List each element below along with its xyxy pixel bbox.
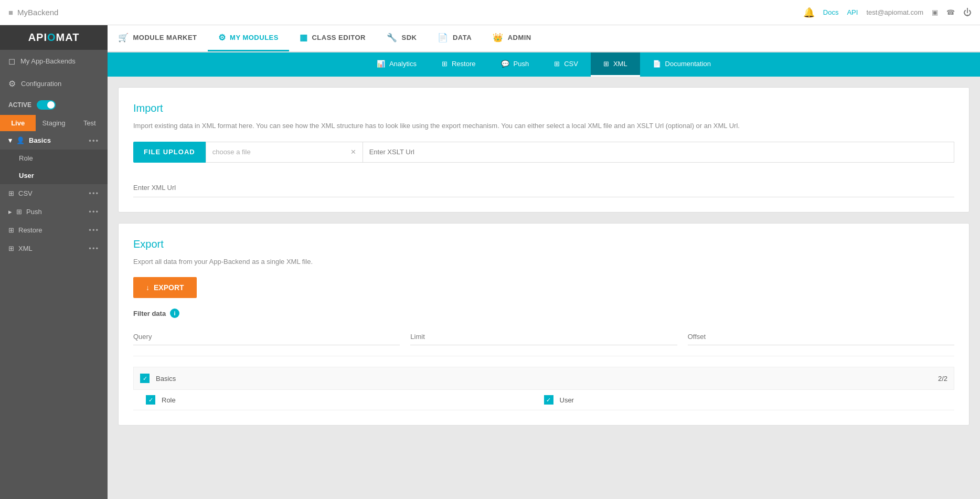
tab-admin[interactable]: 👑 ADMIN xyxy=(482,25,542,51)
module-market-icon: 🛒 xyxy=(118,33,129,43)
query-input[interactable] xyxy=(133,328,400,345)
env-tab-live[interactable]: Live xyxy=(0,115,36,131)
data-label: DATA xyxy=(453,34,472,41)
export-label: EXPORT xyxy=(154,283,184,292)
user-checkbox[interactable]: ✓ xyxy=(544,395,553,405)
push-expand-icon: ▸ xyxy=(8,208,12,216)
offset-input[interactable] xyxy=(688,328,954,345)
basics-checkbox[interactable]: ✓ xyxy=(140,374,150,383)
bell-icon[interactable]: 🔔 xyxy=(803,7,815,18)
csv-sub-icon: ⊞ xyxy=(554,60,560,68)
class-editor-label: CLASS EDITOR xyxy=(312,34,366,41)
push-menu-dots[interactable]: ••• xyxy=(89,208,99,216)
sidebar-sub-item-role[interactable]: Role xyxy=(0,150,108,167)
sub-tab-csv[interactable]: ⊞ CSV xyxy=(541,52,591,77)
basics-label: Basics xyxy=(29,136,51,144)
sub-tab-xml[interactable]: ⊞ XML xyxy=(591,52,640,77)
tab-sdk[interactable]: 🔧 SDK xyxy=(376,25,427,51)
active-toggle[interactable] xyxy=(37,100,56,110)
api-link[interactable]: API xyxy=(847,8,858,16)
sidebar-section-basics[interactable]: ▾ 👤 Basics ••• xyxy=(0,131,108,150)
export-button[interactable]: ↓ EXPORT xyxy=(133,277,197,298)
import-file-row: FILE UPLOAD choose a file ✕ xyxy=(133,142,954,163)
header-right: 🔔 Docs API test@apiomat.com ▣ ☎ ⏻ xyxy=(803,7,972,18)
basics-checkbox-label: Basics xyxy=(156,375,176,383)
my-app-backends-label: My App-Backends xyxy=(20,57,76,65)
file-upload-button[interactable]: FILE UPLOAD xyxy=(133,142,206,163)
sidebar-item-my-app-backends[interactable]: ◻ My App-Backends xyxy=(0,50,108,72)
admin-label: ADMIN xyxy=(508,34,531,41)
restore-menu-dots[interactable]: ••• xyxy=(89,226,99,234)
push-icon: ⊞ xyxy=(16,208,22,216)
configuration-icon: ⚙ xyxy=(8,79,16,89)
logo: APIOMAT xyxy=(28,31,80,44)
backend-name: MyBackend xyxy=(17,8,58,17)
xml-menu-dots[interactable]: ••• xyxy=(89,245,99,252)
sidebar-item-restore[interactable]: ⊞ Restore ••• xyxy=(0,221,108,239)
xml-label: XML xyxy=(18,245,33,252)
sidebar-sub-item-user[interactable]: User xyxy=(0,167,108,184)
content-area: 🛒 MODULE MARKET ⚙ MY MODULES ▦ CLASS EDI… xyxy=(108,25,980,499)
basics-section-icon: 👤 xyxy=(16,136,25,144)
tab-my-modules[interactable]: ⚙ MY MODULES xyxy=(208,25,289,51)
sub-tab-push[interactable]: 💬 Push xyxy=(488,52,542,77)
sub-tab-restore[interactable]: ⊞ Restore xyxy=(429,52,488,77)
tab-class-editor[interactable]: ▦ CLASS EDITOR xyxy=(289,25,376,51)
role-label: Role xyxy=(162,396,176,404)
top-header: ■ MyBackend 🔔 Docs API test@apiomat.com … xyxy=(0,0,980,25)
documentation-icon: 📄 xyxy=(653,60,661,68)
close-file-icon[interactable]: ✕ xyxy=(350,148,356,156)
xslt-url-input[interactable] xyxy=(363,142,954,163)
top-nav-tabs: 🛒 MODULE MARKET ⚙ MY MODULES ▦ CLASS EDI… xyxy=(108,25,980,52)
sub-tab-documentation[interactable]: 📄 Documentation xyxy=(640,52,723,77)
docs-link[interactable]: Docs xyxy=(823,8,839,16)
sidebar-item-push[interactable]: ▸ ⊞ Push ••• xyxy=(0,203,108,221)
logo-area: APIOMAT xyxy=(0,25,108,50)
xml-icon: ⊞ xyxy=(8,245,14,252)
env-tabs: Live Staging Test xyxy=(0,115,108,131)
my-modules-label: MY MODULES xyxy=(230,34,279,41)
push-sub-icon: 💬 xyxy=(501,60,509,68)
push-label: Push xyxy=(26,208,42,216)
active-row: ACTIVE xyxy=(0,95,108,115)
admin-icon: 👑 xyxy=(493,33,504,43)
configuration-label: Configuration xyxy=(21,80,61,88)
class-editor-icon: ▦ xyxy=(300,33,308,43)
filter-info-icon[interactable]: i xyxy=(170,309,179,318)
power-icon[interactable]: ⏻ xyxy=(963,8,972,17)
export-description: Export all data from your App-Backend as… xyxy=(133,257,954,267)
basics-checkbox-row[interactable]: ✓ Basics 2/2 xyxy=(133,367,954,390)
basics-count: 2/2 xyxy=(938,375,947,383)
window-icon[interactable]: ▣ xyxy=(932,8,938,16)
module-market-label: MODULE MARKET xyxy=(133,34,197,41)
active-label: ACTIVE xyxy=(8,101,31,109)
xml-url-input[interactable] xyxy=(133,178,954,197)
support-icon[interactable]: ☎ xyxy=(946,8,955,16)
env-tab-test[interactable]: Test xyxy=(72,115,108,131)
basics-subsection: Role User xyxy=(0,150,108,184)
sidebar-item-configuration[interactable]: ⚙ Configuration xyxy=(0,72,108,95)
export-arrow-icon: ↓ xyxy=(146,283,150,292)
limit-input[interactable] xyxy=(410,328,677,345)
csv-menu-dots[interactable]: ••• xyxy=(89,189,99,197)
basics-expand-icon: ▾ xyxy=(8,136,12,144)
xml-sub-label: XML xyxy=(613,60,627,68)
my-modules-icon: ⚙ xyxy=(218,33,226,43)
role-checkbox-row[interactable]: ✓ Role ✓ User xyxy=(133,390,954,410)
file-input-area[interactable]: choose a file ✕ xyxy=(206,142,363,163)
tab-module-market[interactable]: 🛒 MODULE MARKET xyxy=(108,25,208,51)
sidebar-item-xml[interactable]: ⊞ XML ••• xyxy=(0,239,108,258)
user-label: User xyxy=(560,396,574,404)
restore-sub-icon: ⊞ xyxy=(442,60,448,68)
push-sub-label: Push xyxy=(514,60,529,68)
export-card: Export Export all data from your App-Bac… xyxy=(118,223,970,426)
env-tab-staging[interactable]: Staging xyxy=(36,115,71,131)
sub-tab-analytics[interactable]: 📊 Analytics xyxy=(364,52,429,77)
sidebar-item-csv[interactable]: ⊞ CSV ••• xyxy=(0,184,108,203)
xml-sub-icon: ⊞ xyxy=(603,60,609,68)
role-checkbox[interactable]: ✓ xyxy=(146,395,155,405)
restore-label: Restore xyxy=(18,226,42,234)
csv-icon: ⊞ xyxy=(8,189,14,197)
tab-data[interactable]: 📄 DATA xyxy=(427,25,482,51)
basics-menu-dots[interactable]: ••• xyxy=(89,136,99,144)
